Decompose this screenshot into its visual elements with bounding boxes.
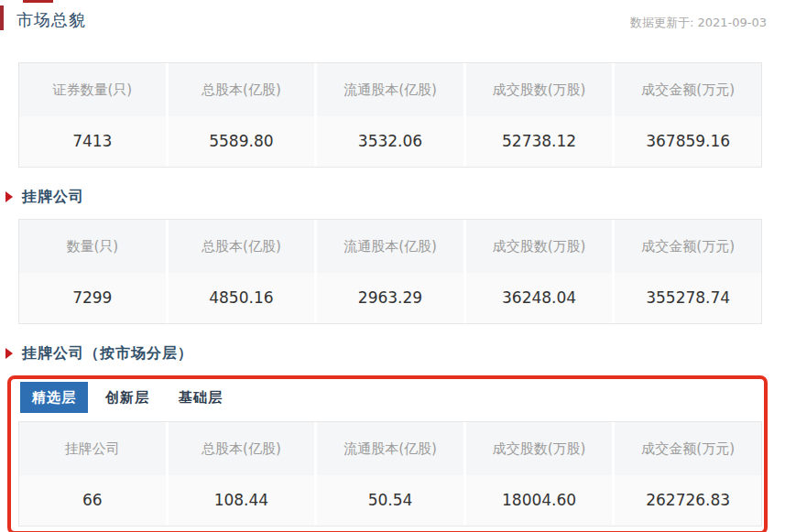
tab-innovation-tier[interactable]: 创新层 xyxy=(93,382,161,413)
column-header: 成交金额(万元) xyxy=(612,220,761,273)
table-cell: 18004.60 xyxy=(463,475,613,526)
table-row: 7413 5589.80 3532.06 52738.12 367859.16 xyxy=(19,116,761,167)
table-row: 7299 4850.16 2963.29 36248.04 355278.74 xyxy=(19,273,761,323)
table-cell: 50.54 xyxy=(314,475,463,526)
column-header: 总股本(亿股) xyxy=(166,220,315,273)
table-cell: 3532.06 xyxy=(314,116,463,167)
column-header: 成交股数(万股) xyxy=(463,422,613,475)
table-header-row: 证券数量(只) 总股本(亿股) 流通股本(亿股) 成交股数(万股) 成交金额(万… xyxy=(19,63,761,116)
section-head-listed-by-tier: 挂牌公司（按市场分层） xyxy=(5,343,785,364)
section-arrow-icon xyxy=(5,348,13,359)
table-cell: 108.44 xyxy=(166,475,315,526)
table-cell: 262726.83 xyxy=(612,475,761,526)
table-cell: 7299 xyxy=(19,273,166,323)
table-cell: 2963.29 xyxy=(314,273,463,323)
table-cell: 7413 xyxy=(19,116,166,167)
column-header: 证券数量(只) xyxy=(19,63,166,116)
table-header-row: 数量(只) 总股本(亿股) 流通股本(亿股) 成交股数(万股) 成交金额(万元) xyxy=(19,220,761,273)
section-arrow-icon xyxy=(5,191,13,202)
table-cell: 5589.80 xyxy=(166,116,315,167)
section-head-listed-companies: 挂牌公司 xyxy=(5,187,785,207)
column-header: 流通股本(亿股) xyxy=(314,63,463,116)
table-cell: 355278.74 xyxy=(612,273,761,323)
column-header: 总股本(亿股) xyxy=(166,63,315,116)
highlight-annotation-box: 精选层 创新层 基础层 挂牌公司 总股本(亿股) 流通股本(亿股) 成交股数(万… xyxy=(7,375,768,532)
section-title-listed-companies: 挂牌公司 xyxy=(22,188,84,207)
table-row: 66 108.44 50.54 18004.60 262726.83 xyxy=(19,475,761,526)
column-header: 数量(只) xyxy=(19,220,166,273)
tier-table: 挂牌公司 总股本(亿股) 流通股本(亿股) 成交股数(万股) 成交金额(万元) … xyxy=(18,421,762,527)
data-updated-label: 数据更新于: 2021-09-03 xyxy=(630,15,767,31)
tier-tabs: 精选层 创新层 基础层 xyxy=(20,382,762,413)
table-cell: 66 xyxy=(19,475,166,526)
listed-companies-table: 数量(只) 总股本(亿股) 流通股本(亿股) 成交股数(万股) 成交金额(万元)… xyxy=(18,219,762,324)
market-summary-table: 证券数量(只) 总股本(亿股) 流通股本(亿股) 成交股数(万股) 成交金额(万… xyxy=(18,62,762,168)
tab-selected-tier[interactable]: 精选层 xyxy=(20,382,88,413)
column-header: 成交股数(万股) xyxy=(463,220,613,273)
column-header: 流通股本(亿股) xyxy=(314,220,463,273)
table-cell: 4850.16 xyxy=(166,273,315,323)
column-header: 总股本(亿股) xyxy=(166,422,315,475)
column-header: 挂牌公司 xyxy=(19,422,166,475)
table-cell: 36248.04 xyxy=(463,273,613,323)
column-header: 流通股本(亿股) xyxy=(314,422,463,475)
title-accent-bar xyxy=(0,5,4,30)
table-cell: 367859.16 xyxy=(612,116,761,167)
table-header-row: 挂牌公司 总股本(亿股) 流通股本(亿股) 成交股数(万股) 成交金额(万元) xyxy=(19,422,761,475)
column-header: 成交金额(万元) xyxy=(612,422,761,475)
table-cell: 52738.12 xyxy=(463,116,613,167)
section-title-listed-by-tier: 挂牌公司（按市场分层） xyxy=(22,344,193,364)
tab-base-tier[interactable]: 基础层 xyxy=(167,382,234,413)
page-header: 市场总貌 数据更新于: 2021-09-03 xyxy=(0,0,785,62)
column-header: 成交股数(万股) xyxy=(463,63,613,116)
column-header: 成交金额(万元) xyxy=(612,63,761,116)
